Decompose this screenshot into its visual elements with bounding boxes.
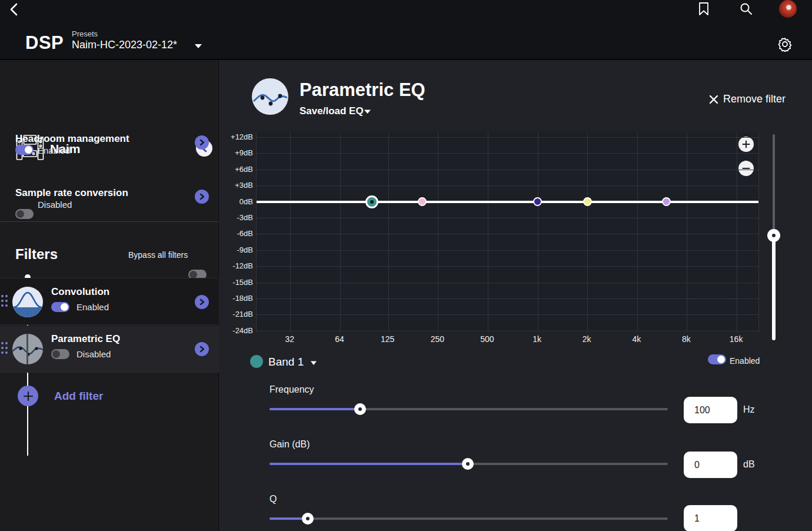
filters-heading: Filters — [15, 246, 58, 263]
filter-row-convolution[interactable]: Convolution Enabled — [0, 278, 219, 325]
eq-band-dot[interactable] — [533, 197, 542, 206]
headroom-chevron-right-icon[interactable] — [195, 135, 209, 150]
gain-label: Gain (dB) — [269, 439, 310, 450]
convolution-icon — [12, 287, 43, 317]
y-axis-tick-label: +12dB — [219, 132, 253, 141]
chart-gridline-h — [257, 298, 758, 299]
q-input[interactable] — [684, 505, 737, 531]
x-axis-tick-label: 32 — [277, 334, 302, 344]
chevron-down-icon[interactable] — [194, 43, 202, 49]
vertical-slider-fill[interactable] — [772, 235, 776, 340]
eq-band-dot-center — [370, 200, 374, 204]
gain-unit: dB — [743, 459, 755, 470]
q-slider[interactable] — [269, 513, 668, 525]
preset-selector[interactable]: Naim-HC-2023-02-12* — [72, 39, 177, 51]
chart-gridline-v — [488, 132, 488, 333]
sample-rate-title: Sample rate conversion — [15, 187, 128, 199]
search-icon[interactable] — [739, 2, 753, 16]
q-label: Q — [269, 494, 277, 505]
y-axis-tick-label: -9dB — [219, 245, 253, 254]
filter-title: Parametric EQ — [51, 333, 120, 345]
headroom-state: Enabled — [38, 145, 70, 155]
parametric-eq-icon — [12, 334, 43, 364]
avatar[interactable] — [779, 0, 797, 18]
chart-gridline-v — [737, 132, 737, 333]
chart-gridline-h — [257, 250, 758, 251]
headroom-title: Headroom management — [15, 133, 129, 145]
eq-response-chart[interactable] — [256, 132, 759, 333]
add-filter-button[interactable] — [18, 386, 38, 406]
chevron-down-icon[interactable] — [364, 109, 371, 114]
parametric-eq-chevron-right-icon[interactable] — [195, 342, 209, 356]
chevron-down-icon[interactable] — [310, 360, 317, 366]
bypass-all-filters-label: Bypass all filters — [128, 250, 188, 260]
remove-filter-label: Remove filter — [723, 93, 786, 105]
chart-gridline-h — [257, 218, 758, 218]
chart-gridline-h — [257, 234, 758, 234]
chart-gridline-h — [257, 331, 758, 331]
filter-state: Disabled — [76, 349, 111, 359]
y-axis-tick-label: +3dB — [219, 181, 253, 190]
q-slider-knob[interactable] — [302, 513, 314, 525]
vertical-slider-track[interactable] — [773, 134, 775, 235]
parametric-eq-panel: Parametric EQ Save/load EQ Remove filter… — [219, 60, 812, 531]
sidebar-divider — [0, 221, 219, 222]
y-axis-tick-label: -15dB — [219, 278, 253, 287]
eq-band-dot[interactable] — [365, 195, 378, 208]
x-axis-tick-label: 64 — [327, 334, 352, 344]
filter-state: Enabled — [76, 302, 109, 312]
parametric-eq-toggle[interactable] — [51, 349, 69, 359]
eq-band-dot[interactable] — [583, 197, 592, 206]
eq-band-dot[interactable] — [662, 197, 671, 206]
remove-filter-button[interactable]: Remove filter — [709, 93, 786, 105]
eq-band-dot[interactable] — [418, 197, 427, 206]
x-axis-tick-label: 4k — [624, 334, 650, 344]
chart-gridline-v — [340, 132, 341, 333]
drag-handle-icon[interactable] — [1, 342, 8, 356]
frequency-input[interactable] — [684, 397, 737, 423]
drag-handle-icon[interactable] — [1, 295, 8, 309]
gain-input[interactable] — [684, 452, 737, 478]
chart-gridline-h — [257, 266, 758, 267]
vertical-slider-knob[interactable] — [767, 229, 780, 242]
chart-gridline-v — [388, 132, 389, 333]
gear-icon[interactable] — [777, 36, 793, 52]
x-axis-tick-label: 500 — [474, 334, 500, 344]
zoom-in-button[interactable] — [738, 137, 754, 152]
dsp-window: DSP Presets Naim-HC-2023-02-12* — [0, 0, 812, 531]
gain-slider-knob[interactable] — [462, 458, 474, 470]
save-load-eq-button[interactable]: Save/load EQ — [299, 105, 364, 117]
add-filter-label[interactable]: Add filter — [54, 390, 103, 403]
y-axis-tick-label: -6dB — [219, 229, 253, 238]
frequency-slider[interactable] — [269, 403, 668, 415]
convolution-toggle[interactable] — [51, 302, 69, 312]
page-title: DSP — [25, 32, 64, 54]
sample-rate-toggle[interactable] — [15, 209, 34, 219]
chart-gridline-v — [290, 132, 291, 333]
top-bar: DSP Presets Naim-HC-2023-02-12* — [0, 0, 812, 60]
x-axis-tick-label: 1k — [524, 334, 550, 344]
zoom-out-button[interactable] — [738, 161, 754, 176]
band-enabled-toggle[interactable] — [708, 354, 726, 364]
band-color-dot — [250, 355, 263, 368]
presets-label: Presets — [72, 29, 98, 38]
chart-gridline-h — [257, 137, 758, 138]
parametric-eq-header-icon — [251, 78, 289, 115]
convolution-chevron-right-icon[interactable] — [195, 295, 209, 309]
chart-gridline-v — [438, 132, 438, 333]
y-axis-tick-label: -24dB — [219, 326, 253, 335]
frequency-slider-knob[interactable] — [354, 403, 366, 415]
sample-rate-chevron-right-icon[interactable] — [195, 190, 209, 204]
sample-rate-state: Disabled — [38, 200, 72, 210]
gain-slider[interactable] — [269, 458, 668, 470]
filter-row-parametric-eq[interactable]: Parametric EQ Disabled — [0, 326, 219, 373]
band-selector[interactable]: Band 1 — [268, 356, 304, 369]
back-icon[interactable] — [7, 2, 21, 16]
bookmark-icon[interactable] — [698, 2, 710, 16]
chart-gridline-h — [257, 314, 758, 315]
headroom-toggle[interactable] — [15, 145, 34, 155]
chart-gridline-v — [687, 132, 687, 333]
chart-gridline-v — [538, 132, 538, 333]
x-axis-tick-label: 16k — [723, 334, 749, 344]
y-axis-tick-label: -12dB — [219, 261, 253, 270]
